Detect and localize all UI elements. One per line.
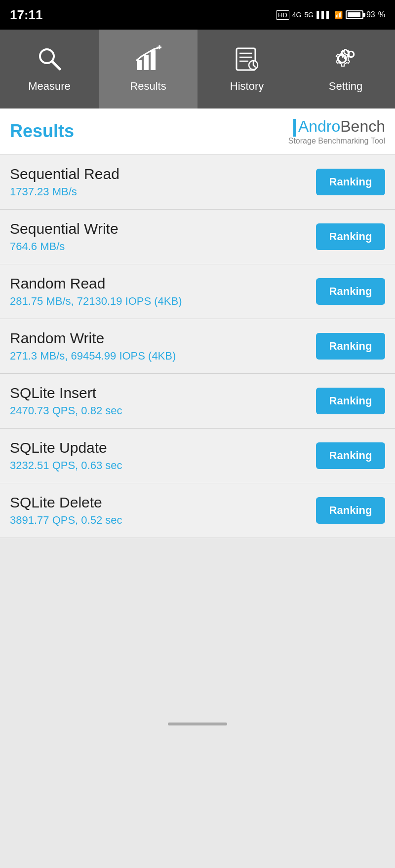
benchmark-row-random-read: Random Read 281.75 MB/s, 72130.19 IOPS (…	[0, 264, 395, 319]
ranking-button-sequential-read[interactable]: Ranking	[316, 169, 385, 195]
benchmark-info-sqlite-insert: SQLite Insert 2470.73 QPS, 0.82 sec	[10, 385, 122, 417]
brand-name: AndroBench	[293, 117, 385, 137]
benchmark-info-random-read: Random Read 281.75 MB/s, 72130.19 IOPS (…	[10, 275, 182, 308]
tab-results-label: Results	[130, 80, 166, 93]
signal-icon: ▌▌▌	[316, 11, 331, 19]
tab-measure[interactable]: Measure	[0, 30, 99, 108]
status-time: 17:11	[10, 7, 43, 23]
brand-name-bench: Bench	[340, 117, 385, 135]
benchmark-row-sqlite-update: SQLite Update 3232.51 QPS, 0.63 sec Rank…	[0, 429, 395, 483]
benchmark-value-sqlite-delete: 3891.77 QPS, 0.52 sec	[10, 514, 122, 527]
measure-icon	[36, 45, 63, 76]
benchmark-name-sqlite-insert: SQLite Insert	[10, 385, 122, 401]
tab-setting-label: Setting	[329, 80, 363, 93]
battery-icon	[346, 10, 363, 19]
benchmark-row-random-write: Random Write 271.3 MB/s, 69454.99 IOPS (…	[0, 319, 395, 374]
benchmark-info-random-write: Random Write 271.3 MB/s, 69454.99 IOPS (…	[10, 330, 176, 362]
benchmark-value-sequential-write: 764.6 MB/s	[10, 240, 118, 253]
5g-icon: 5G	[305, 11, 314, 19]
svg-rect-3	[144, 55, 149, 70]
benchmark-value-sequential-read: 1737.23 MB/s	[10, 185, 119, 198]
tab-history-label: History	[230, 80, 264, 93]
benchmark-name-random-write: Random Write	[10, 330, 176, 347]
benchmark-value-sqlite-update: 3232.51 QPS, 0.63 sec	[10, 459, 122, 472]
brand-subtitle: Storage Benchmarking Tool	[288, 137, 385, 145]
home-indicator	[168, 723, 227, 725]
benchmark-row-sequential-write: Sequential Write 764.6 MB/s Ranking	[0, 210, 395, 264]
benchmark-value-random-write: 271.3 MB/s, 69454.99 IOPS (4KB)	[10, 350, 176, 362]
history-icon	[234, 45, 260, 76]
ranking-button-sequential-write[interactable]: Ranking	[316, 223, 385, 250]
nav-tabs: Measure Results	[0, 30, 395, 108]
tab-setting[interactable]: Setting	[296, 30, 395, 108]
benchmark-info-sequential-write: Sequential Write 764.6 MB/s	[10, 220, 118, 253]
results-title: Results	[10, 121, 74, 142]
svg-rect-4	[151, 50, 156, 70]
benchmark-row-sqlite-insert: SQLite Insert 2470.73 QPS, 0.82 sec Rank…	[0, 374, 395, 429]
ranking-button-sqlite-insert[interactable]: Ranking	[316, 388, 385, 414]
benchmark-info-sequential-read: Sequential Read 1737.23 MB/s	[10, 166, 119, 198]
setting-icon	[332, 45, 359, 76]
wifi-icon: 📶	[334, 11, 343, 19]
ranking-button-sqlite-delete[interactable]: Ranking	[316, 497, 385, 524]
benchmark-name-sequential-write: Sequential Write	[10, 220, 118, 237]
benchmark-info-sqlite-update: SQLite Update 3232.51 QPS, 0.63 sec	[10, 439, 122, 472]
tab-history[interactable]: History	[198, 30, 296, 108]
hd-icon: HD	[276, 10, 289, 20]
benchmark-row-sqlite-delete: SQLite Delete 3891.77 QPS, 0.52 sec Rank…	[0, 483, 395, 538]
4g-icon: 4G	[292, 11, 302, 19]
svg-rect-2	[137, 60, 142, 70]
status-bar: 17:11 HD 4G 5G ▌▌▌ 📶 93%	[0, 0, 395, 30]
benchmark-name-sqlite-delete: SQLite Delete	[10, 494, 122, 511]
benchmark-name-sqlite-update: SQLite Update	[10, 439, 122, 456]
bottom-area	[0, 538, 395, 735]
svg-line-1	[52, 61, 60, 69]
ranking-button-sqlite-update[interactable]: Ranking	[316, 442, 385, 469]
brand-bar	[293, 119, 296, 137]
brand-name-andro: Andro	[298, 117, 340, 135]
ranking-button-random-write[interactable]: Ranking	[316, 333, 385, 360]
benchmark-value-sqlite-insert: 2470.73 QPS, 0.82 sec	[10, 404, 122, 417]
benchmark-list: Sequential Read 1737.23 MB/s Ranking Seq…	[0, 155, 395, 538]
tab-measure-label: Measure	[28, 80, 71, 93]
benchmark-name-sequential-read: Sequential Read	[10, 166, 119, 182]
benchmark-value-random-read: 281.75 MB/s, 72130.19 IOPS (4KB)	[10, 295, 182, 308]
battery-fill	[348, 12, 360, 17]
benchmark-info-sqlite-delete: SQLite Delete 3891.77 QPS, 0.52 sec	[10, 494, 122, 527]
benchmark-name-random-read: Random Read	[10, 275, 182, 292]
status-icons: HD 4G 5G ▌▌▌ 📶 93%	[276, 10, 385, 20]
benchmark-row-sequential-read: Sequential Read 1737.23 MB/s Ranking	[0, 155, 395, 210]
results-header: Results AndroBench Storage Benchmarking …	[0, 108, 395, 155]
brand-logo: AndroBench Storage Benchmarking Tool	[288, 117, 385, 145]
battery-percent: 93	[366, 10, 375, 19]
results-icon	[135, 45, 161, 76]
tab-results[interactable]: Results	[99, 30, 198, 108]
ranking-button-random-read[interactable]: Ranking	[316, 278, 385, 305]
